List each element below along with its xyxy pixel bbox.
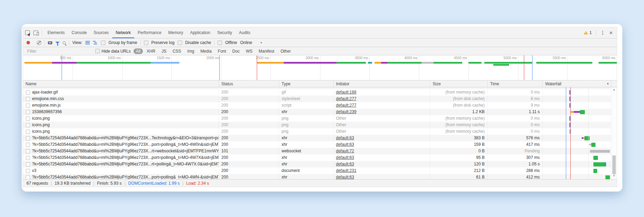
row-checkbox[interactable] — [26, 90, 30, 95]
overview-tick-label: 1500 ms — [150, 56, 170, 60]
row-checkbox[interactable] — [26, 162, 30, 166]
overview-activity-bar — [422, 62, 433, 64]
table-row[interactable]: icons.png200pngOther(from memory cache)0… — [23, 115, 617, 122]
initiator-link[interactable]: default:188 — [336, 90, 356, 95]
row-checkbox[interactable] — [26, 123, 30, 127]
scrollbar-thumb[interactable] — [612, 155, 616, 174]
request-name: 1538639657356 — [32, 109, 62, 115]
row-checkbox[interactable] — [26, 110, 30, 114]
cell-waterfall — [543, 96, 611, 102]
column-header-waterfall[interactable]: Waterfall▲ — [543, 80, 611, 87]
tab-application[interactable]: Application — [187, 28, 214, 38]
initiator-link[interactable]: default:63 — [336, 175, 354, 179]
filter-type-manifest[interactable]: Manifest — [256, 48, 277, 54]
row-checkbox[interactable] — [26, 169, 30, 173]
table-row[interactable]: icons.png200pngOther(from memory cache)0… — [23, 122, 617, 128]
clear-icon[interactable] — [37, 41, 41, 45]
tab-audits[interactable]: Audits — [235, 28, 254, 38]
row-checkbox[interactable] — [26, 117, 30, 121]
filter-input[interactable] — [27, 48, 73, 54]
more-options-icon[interactable]: ⋮ — [600, 30, 605, 35]
initiator-link[interactable]: default:72 — [336, 149, 354, 153]
column-header-time[interactable]: Time — [488, 80, 543, 87]
close-icon[interactable]: × — [609, 30, 613, 36]
initiator-link[interactable]: default:277 — [336, 103, 356, 108]
console-warning-badge[interactable]: 1 — [584, 30, 592, 35]
initiator-link[interactable]: default:63 — [336, 162, 354, 166]
tab-elements[interactable]: Elements — [44, 28, 68, 38]
filter-type-media[interactable]: Media — [198, 48, 214, 54]
row-checkbox[interactable] — [26, 156, 30, 160]
column-header-initiator[interactable]: Initiator — [334, 80, 430, 87]
initiator-link[interactable]: default:239 — [336, 109, 356, 114]
table-row[interactable]: ?k=5bb5c7254d3544add768babd&u=ml%2BMjluP… — [23, 148, 617, 154]
table-row[interactable]: ?k=5bb5c7254d3544add768babd&u=ml%2BMjluP… — [23, 141, 617, 148]
row-checkbox[interactable] — [26, 136, 30, 140]
table-row[interactable]: emojione.min.css200stylesheetdefault:277… — [23, 96, 617, 102]
row-checkbox[interactable] — [26, 97, 30, 101]
table-row[interactable]: ?k=5bb5c7254d3544add768babd&u=ml%2BMjluP… — [23, 135, 617, 141]
row-checkbox[interactable] — [26, 143, 30, 147]
column-header-size[interactable]: Size — [430, 80, 488, 87]
waterfall-bar — [605, 162, 606, 166]
filter-type-ws[interactable]: WS — [243, 48, 255, 54]
timeline-overview[interactable]: 500 ms1000 ms1500 ms2000 ms2500 ms3000 m… — [23, 55, 617, 80]
group-by-frame-checkbox[interactable] — [101, 41, 105, 45]
column-header-type[interactable]: Type — [279, 80, 334, 87]
initiator-link[interactable]: default:231 — [336, 168, 356, 173]
filter-type-js[interactable]: JS — [159, 48, 169, 54]
tab-network[interactable]: Network — [112, 28, 134, 38]
tab-performance[interactable]: Performance — [134, 28, 165, 38]
row-checkbox[interactable] — [26, 130, 30, 134]
filter-type-css[interactable]: CSS — [170, 48, 183, 54]
tab-sources[interactable]: Sources — [90, 28, 112, 38]
capture-screenshots-icon[interactable] — [48, 41, 52, 44]
scroll-down-icon[interactable]: ▼ — [611, 174, 617, 177]
preserve-log-checkbox[interactable] — [144, 41, 148, 45]
device-toolbar-icon[interactable] — [33, 31, 38, 35]
initiator-link[interactable]: default:277 — [336, 96, 356, 101]
overview-tick-label: 1000 ms — [101, 56, 121, 60]
table-row[interactable]: ?k=5bb5c7254d3544add768babd&u=ml%2BMjluP… — [23, 161, 617, 167]
hide-data-urls-checkbox[interactable] — [95, 49, 100, 53]
record-button[interactable] — [27, 41, 30, 44]
filter-icon[interactable] — [55, 42, 60, 44]
filter-type-all[interactable]: All — [134, 48, 143, 54]
row-checkbox[interactable] — [26, 149, 30, 153]
show-overview-icon[interactable] — [93, 41, 98, 45]
table-row[interactable]: icons.png200pngOther(from memory cache)0… — [23, 128, 617, 135]
filter-type-doc[interactable]: Doc — [230, 48, 242, 54]
table-row[interactable]: ?k=5bb5c7254d3544add768babd&u=ml%2BMjluP… — [23, 154, 617, 161]
table-row[interactable]: ajax-loader.gif200gifdefault:188(from me… — [23, 89, 617, 96]
offline-checkbox[interactable] — [218, 41, 222, 45]
initiator-link[interactable]: default:63 — [336, 142, 354, 147]
disable-cache-checkbox[interactable] — [178, 41, 182, 45]
scrollbar[interactable]: ▲ ▼ — [611, 87, 617, 179]
column-header-status[interactable]: Status — [219, 80, 279, 87]
use-large-rows-icon[interactable] — [85, 41, 90, 44]
sort-ascending-icon[interactable]: ▲ — [606, 82, 609, 85]
row-checkbox[interactable] — [26, 175, 30, 180]
throttling-select[interactable]: Online — [240, 40, 252, 45]
table-row[interactable]: v3200documentdefault:231212 B286 ms — [23, 167, 617, 174]
divider — [214, 40, 214, 45]
table-row[interactable]: 1538639657356200xhrdefault:2391.2 KB1.11… — [23, 109, 617, 115]
filter-type-font[interactable]: Font — [215, 48, 229, 54]
tab-console[interactable]: Console — [68, 28, 90, 38]
tab-memory[interactable]: Memory — [165, 28, 187, 38]
column-header-name[interactable]: Name — [23, 80, 219, 87]
initiator-link[interactable]: default:63 — [336, 155, 354, 160]
initiator-link[interactable]: default:63 — [336, 135, 354, 140]
filter-type-xhr[interactable]: XHR — [144, 48, 158, 54]
filter-type-other[interactable]: Other — [278, 48, 293, 54]
search-icon[interactable] — [63, 41, 66, 44]
filter-type-img[interactable]: Img — [185, 48, 197, 54]
table-row[interactable]: emojione.min.js200scriptdefault:277(from… — [23, 102, 617, 109]
inspect-element-icon[interactable] — [25, 30, 30, 35]
table-row[interactable]: ?k=5bb5c7254d3544add768babd&u=ml%2BMjluP… — [23, 174, 617, 179]
row-checkbox[interactable] — [26, 104, 30, 108]
chevron-down-icon[interactable]: ▼ — [260, 42, 262, 44]
divider — [44, 40, 45, 45]
tab-security[interactable]: Security — [214, 28, 235, 38]
scroll-up-icon[interactable]: ▲ — [611, 88, 617, 91]
